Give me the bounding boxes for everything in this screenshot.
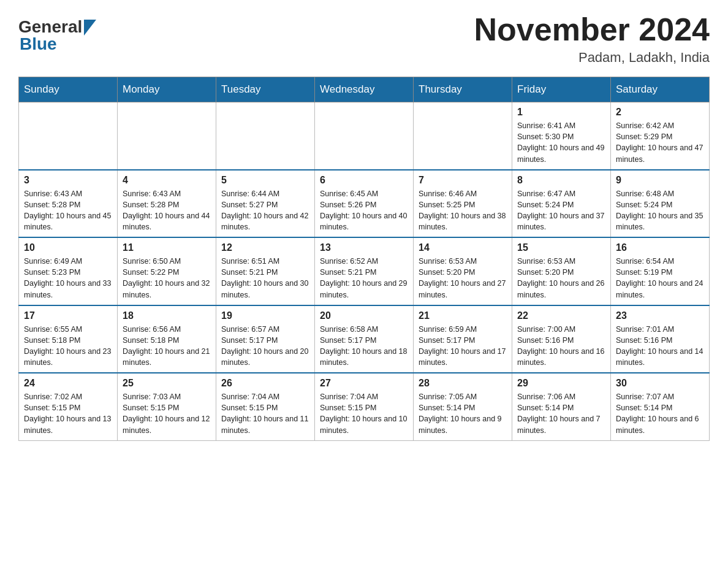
day-info: Sunrise: 6:53 AM Sunset: 5:20 PM Dayligh… xyxy=(419,256,507,301)
day-info: Sunrise: 6:50 AM Sunset: 5:22 PM Dayligh… xyxy=(123,256,211,301)
day-number: 17 xyxy=(24,310,112,321)
header-friday: Friday xyxy=(512,77,611,102)
day-info: Sunrise: 7:05 AM Sunset: 5:14 PM Dayligh… xyxy=(419,391,507,436)
table-row: 26Sunrise: 7:04 AM Sunset: 5:15 PM Dayli… xyxy=(216,373,315,440)
day-number: 19 xyxy=(221,310,309,321)
day-info: Sunrise: 6:52 AM Sunset: 5:21 PM Dayligh… xyxy=(320,256,408,301)
day-number: 26 xyxy=(221,378,309,389)
day-info: Sunrise: 7:04 AM Sunset: 5:15 PM Dayligh… xyxy=(221,391,309,436)
table-row xyxy=(315,102,414,170)
day-info: Sunrise: 7:01 AM Sunset: 5:16 PM Dayligh… xyxy=(616,324,704,369)
day-number: 2 xyxy=(616,107,704,118)
day-info: Sunrise: 7:00 AM Sunset: 5:16 PM Dayligh… xyxy=(517,324,605,369)
day-number: 4 xyxy=(123,175,211,186)
table-row: 27Sunrise: 7:04 AM Sunset: 5:15 PM Dayli… xyxy=(315,373,414,440)
day-info: Sunrise: 7:07 AM Sunset: 5:14 PM Dayligh… xyxy=(616,391,704,436)
day-number: 22 xyxy=(517,310,605,321)
table-row: 11Sunrise: 6:50 AM Sunset: 5:22 PM Dayli… xyxy=(118,237,216,305)
day-info: Sunrise: 6:41 AM Sunset: 5:30 PM Dayligh… xyxy=(517,120,605,165)
day-number: 27 xyxy=(320,378,408,389)
day-info: Sunrise: 7:03 AM Sunset: 5:15 PM Dayligh… xyxy=(123,391,211,436)
day-number: 3 xyxy=(24,175,112,186)
day-number: 25 xyxy=(123,378,211,389)
header-monday: Monday xyxy=(118,77,216,102)
calendar-location: Padam, Ladakh, India xyxy=(474,50,710,66)
day-info: Sunrise: 6:58 AM Sunset: 5:17 PM Dayligh… xyxy=(320,324,408,369)
day-number: 15 xyxy=(517,242,605,253)
calendar-week-row: 10Sunrise: 6:49 AM Sunset: 5:23 PM Dayli… xyxy=(19,237,710,305)
calendar-week-row: 17Sunrise: 6:55 AM Sunset: 5:18 PM Dayli… xyxy=(19,305,710,373)
table-row xyxy=(19,102,118,170)
svg-marker-0 xyxy=(84,20,96,36)
day-number: 18 xyxy=(123,310,211,321)
day-number: 12 xyxy=(221,242,309,253)
day-info: Sunrise: 7:06 AM Sunset: 5:14 PM Dayligh… xyxy=(517,391,605,436)
header-thursday: Thursday xyxy=(414,77,512,102)
day-number: 23 xyxy=(616,310,704,321)
day-number: 11 xyxy=(123,242,211,253)
table-row: 18Sunrise: 6:56 AM Sunset: 5:18 PM Dayli… xyxy=(118,305,216,373)
day-number: 30 xyxy=(616,378,704,389)
day-number: 6 xyxy=(320,175,408,186)
day-number: 29 xyxy=(517,378,605,389)
table-row: 14Sunrise: 6:53 AM Sunset: 5:20 PM Dayli… xyxy=(414,237,512,305)
day-info: Sunrise: 6:57 AM Sunset: 5:17 PM Dayligh… xyxy=(221,324,309,369)
table-row: 19Sunrise: 6:57 AM Sunset: 5:17 PM Dayli… xyxy=(216,305,315,373)
day-info: Sunrise: 6:45 AM Sunset: 5:26 PM Dayligh… xyxy=(320,188,408,233)
day-info: Sunrise: 6:53 AM Sunset: 5:20 PM Dayligh… xyxy=(517,256,605,301)
table-row: 4Sunrise: 6:43 AM Sunset: 5:28 PM Daylig… xyxy=(118,170,216,238)
day-info: Sunrise: 6:54 AM Sunset: 5:19 PM Dayligh… xyxy=(616,256,704,301)
day-number: 21 xyxy=(419,310,507,321)
table-row: 30Sunrise: 7:07 AM Sunset: 5:14 PM Dayli… xyxy=(611,373,710,440)
table-row: 8Sunrise: 6:47 AM Sunset: 5:24 PM Daylig… xyxy=(512,170,611,238)
calendar-week-row: 1Sunrise: 6:41 AM Sunset: 5:30 PM Daylig… xyxy=(19,102,710,170)
day-number: 10 xyxy=(24,242,112,253)
title-block: November 2024 Padam, Ladakh, India xyxy=(474,12,710,66)
table-row: 16Sunrise: 6:54 AM Sunset: 5:19 PM Dayli… xyxy=(611,237,710,305)
day-info: Sunrise: 6:42 AM Sunset: 5:29 PM Dayligh… xyxy=(616,120,704,165)
day-info: Sunrise: 6:48 AM Sunset: 5:24 PM Dayligh… xyxy=(616,188,704,233)
calendar-table: Sunday Monday Tuesday Wednesday Thursday… xyxy=(18,77,710,441)
header-tuesday: Tuesday xyxy=(216,77,315,102)
day-info: Sunrise: 6:43 AM Sunset: 5:28 PM Dayligh… xyxy=(24,188,112,233)
table-row: 12Sunrise: 6:51 AM Sunset: 5:21 PM Dayli… xyxy=(216,237,315,305)
logo-blue-text: Blue xyxy=(20,34,57,53)
table-row: 24Sunrise: 7:02 AM Sunset: 5:15 PM Dayli… xyxy=(19,373,118,440)
table-row: 6Sunrise: 6:45 AM Sunset: 5:26 PM Daylig… xyxy=(315,170,414,238)
calendar-week-row: 3Sunrise: 6:43 AM Sunset: 5:28 PM Daylig… xyxy=(19,170,710,238)
table-row: 20Sunrise: 6:58 AM Sunset: 5:17 PM Dayli… xyxy=(315,305,414,373)
calendar-week-row: 24Sunrise: 7:02 AM Sunset: 5:15 PM Dayli… xyxy=(19,373,710,440)
day-number: 16 xyxy=(616,242,704,253)
table-row: 29Sunrise: 7:06 AM Sunset: 5:14 PM Dayli… xyxy=(512,373,611,440)
day-info: Sunrise: 7:02 AM Sunset: 5:15 PM Dayligh… xyxy=(24,391,112,436)
day-info: Sunrise: 6:51 AM Sunset: 5:21 PM Dayligh… xyxy=(221,256,309,301)
day-info: Sunrise: 6:46 AM Sunset: 5:25 PM Dayligh… xyxy=(419,188,507,233)
day-info: Sunrise: 6:59 AM Sunset: 5:17 PM Dayligh… xyxy=(419,324,507,369)
table-row: 5Sunrise: 6:44 AM Sunset: 5:27 PM Daylig… xyxy=(216,170,315,238)
table-row: 3Sunrise: 6:43 AM Sunset: 5:28 PM Daylig… xyxy=(19,170,118,238)
table-row: 23Sunrise: 7:01 AM Sunset: 5:16 PM Dayli… xyxy=(611,305,710,373)
day-number: 8 xyxy=(517,175,605,186)
table-row xyxy=(216,102,315,170)
header-wednesday: Wednesday xyxy=(315,77,414,102)
day-number: 28 xyxy=(419,378,507,389)
table-row: 28Sunrise: 7:05 AM Sunset: 5:14 PM Dayli… xyxy=(414,373,512,440)
day-number: 5 xyxy=(221,175,309,186)
table-row: 21Sunrise: 6:59 AM Sunset: 5:17 PM Dayli… xyxy=(414,305,512,373)
day-number: 20 xyxy=(320,310,408,321)
logo: General Blue xyxy=(18,17,96,54)
table-row: 10Sunrise: 6:49 AM Sunset: 5:23 PM Dayli… xyxy=(19,237,118,305)
day-number: 9 xyxy=(616,175,704,186)
day-info: Sunrise: 6:47 AM Sunset: 5:24 PM Dayligh… xyxy=(517,188,605,233)
header-saturday: Saturday xyxy=(611,77,710,102)
day-number: 1 xyxy=(517,107,605,118)
day-number: 13 xyxy=(320,242,408,253)
header-sunday: Sunday xyxy=(19,77,118,102)
day-number: 7 xyxy=(419,175,507,186)
day-info: Sunrise: 7:04 AM Sunset: 5:15 PM Dayligh… xyxy=(320,391,408,436)
table-row: 1Sunrise: 6:41 AM Sunset: 5:30 PM Daylig… xyxy=(512,102,611,170)
table-row: 15Sunrise: 6:53 AM Sunset: 5:20 PM Dayli… xyxy=(512,237,611,305)
logo-arrow-icon xyxy=(84,20,96,36)
table-row: 13Sunrise: 6:52 AM Sunset: 5:21 PM Dayli… xyxy=(315,237,414,305)
day-info: Sunrise: 6:56 AM Sunset: 5:18 PM Dayligh… xyxy=(123,324,211,369)
